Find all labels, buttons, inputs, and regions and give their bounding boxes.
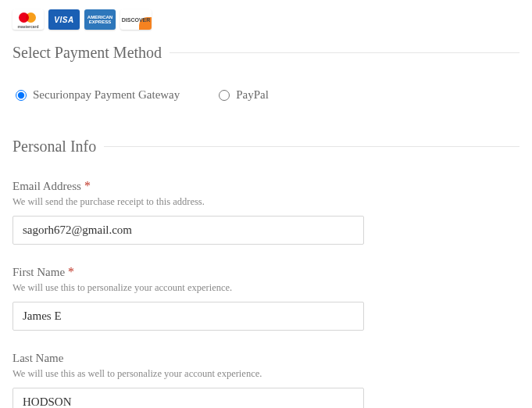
payment-method-section: Select Payment Method Securionpay Paymen…	[12, 44, 520, 116]
mastercard-icon: mastercard	[12, 9, 44, 30]
first-name-field[interactable]	[12, 302, 364, 331]
email-required: *	[84, 179, 91, 192]
email-label: Email Address	[12, 180, 81, 192]
payment-method-legend: Select Payment Method	[12, 44, 170, 62]
paypal-radio[interactable]	[219, 90, 230, 101]
personal-info-section: Personal Info Email Address * We will se…	[12, 138, 520, 408]
last-name-help: We will use this as well to personalize …	[12, 368, 364, 380]
email-field-group: Email Address * We will send the purchas…	[12, 179, 364, 245]
email-field[interactable]	[12, 216, 364, 245]
last-name-label: Last Name	[12, 352, 63, 364]
payment-option-paypal[interactable]: PayPal	[219, 88, 269, 102]
payment-option-securionpay[interactable]: Securionpay Payment Gateway	[16, 88, 180, 102]
visa-icon: VISA	[48, 9, 80, 30]
accepted-cards: mastercard VISA AMERICAN EXPRESS DISCOVE…	[12, 9, 520, 30]
securionpay-radio[interactable]	[16, 90, 27, 101]
first-name-help: We will use this to personalize your acc…	[12, 282, 364, 294]
first-name-required: *	[68, 265, 74, 278]
first-name-field-group: First Name * We will use this to persona…	[12, 265, 364, 331]
securionpay-label: Securionpay Payment Gateway	[33, 88, 180, 102]
last-name-field-group: Last Name We will use this as well to pe…	[12, 351, 364, 408]
paypal-label: PayPal	[236, 88, 269, 102]
amex-icon: AMERICAN EXPRESS	[84, 9, 116, 30]
personal-info-legend: Personal Info	[12, 138, 104, 156]
first-name-label: First Name	[12, 266, 65, 278]
last-name-field[interactable]	[12, 388, 364, 408]
discover-icon: DISCOVER	[120, 9, 152, 30]
email-help: We will send the purchase receipt to thi…	[12, 196, 364, 208]
